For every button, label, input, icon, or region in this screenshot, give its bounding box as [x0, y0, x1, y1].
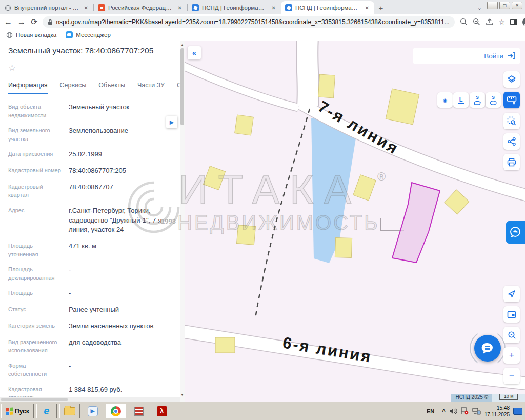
tab-close-icon[interactable]: ✕ — [271, 5, 277, 11]
table-row: Площадь уточненная471 кв. м — [8, 242, 175, 258]
scale-bar: 10 м — [492, 394, 525, 402]
language-indicator[interactable]: EN — [427, 408, 434, 414]
bookmark-star-icon[interactable]: ☆ — [499, 18, 506, 26]
taskbar-ie-button[interactable]: e — [36, 404, 57, 418]
address-bar[interactable]: nspd.gov.ru/map?thematic=PKK&baseLayerId… — [43, 16, 454, 28]
tab-close-icon[interactable]: ✕ — [177, 5, 183, 11]
mini-map-button[interactable] — [503, 306, 520, 323]
table-row: Категория земельЗемли населенных пунктов — [8, 322, 175, 331]
info-label: Площадь — [8, 289, 69, 298]
tab-objects[interactable]: Объекты — [98, 82, 125, 94]
panel-vertical-scrollbar[interactable]: ▲ ▼ — [180, 41, 185, 402]
bookmark-label: Новая вкладка — [16, 32, 56, 38]
browser-tab-4-active[interactable]: НСПД | Геоинформационный пор ✕ — [281, 1, 374, 14]
tab-list-chevron-icon[interactable]: ⌄ — [477, 5, 487, 14]
zoom-out-search-icon[interactable] — [473, 18, 480, 26]
scroll-down-icon[interactable]: ▼ — [180, 393, 184, 396]
measure-area-ellipse-button[interactable]: S — [486, 92, 501, 108]
table-row: Форма собственности- — [8, 362, 175, 378]
share-map-button[interactable] — [503, 133, 520, 150]
collapse-panel-button[interactable]: « — [188, 46, 201, 59]
forward-icon[interactable]: → — [17, 17, 26, 27]
tab-services[interactable]: Сервисы — [60, 82, 87, 94]
bookmark-new-tab[interactable]: Новая вкладка — [6, 32, 56, 38]
tab-close-icon[interactable]: ✕ — [83, 5, 89, 11]
measure-ruler-button-active[interactable] — [503, 92, 520, 108]
messenger-icon — [66, 31, 73, 38]
nspd-favicon-icon — [285, 4, 292, 11]
table-row: Вид разрешенного использованиядля садово… — [8, 338, 175, 355]
back-icon[interactable]: ← — [4, 17, 12, 27]
tab-information[interactable]: Информация — [8, 82, 48, 94]
action-center-flag-icon[interactable] — [460, 407, 469, 415]
layers-button[interactable] — [503, 71, 520, 88]
info-label: Адрес — [8, 206, 69, 235]
clock[interactable]: 15:48 17.11.2025 — [484, 405, 510, 418]
measure-point-button[interactable]: ◉ — [437, 92, 453, 108]
volume-icon[interactable] — [449, 408, 457, 415]
browser-tab-2[interactable]: Российская Федерация, Ленингра ✕ — [94, 1, 187, 14]
scale-label: 10 м — [499, 394, 518, 400]
favorite-star-icon[interactable]: ☆ — [8, 63, 185, 73]
refresh-icon[interactable]: ⟳ — [31, 17, 37, 27]
select-area-search-icon — [507, 116, 516, 126]
panel-tabs-scroll-right-button[interactable]: ▶ — [166, 116, 177, 128]
panel-horizontal-scrollbar[interactable] — [0, 397, 180, 402]
scrollbar-thumb[interactable] — [180, 48, 184, 125]
bookmarks-bar: Новая вкладка Мессенджер — [0, 29, 525, 41]
search-icon[interactable] — [460, 18, 468, 26]
profile-avatar[interactable] — [522, 17, 525, 27]
window-maximize-button[interactable]: ▢ — [499, 2, 510, 9]
info-value: - — [69, 362, 175, 378]
show-desktop-icon[interactable] — [513, 408, 522, 415]
info-label: Кадастровый номер — [8, 166, 69, 176]
tray-time: 15:48 — [484, 405, 510, 411]
locate-me-button[interactable] — [503, 286, 520, 302]
network-icon[interactable] — [472, 408, 481, 415]
taskbar-chrome-button-active[interactable] — [106, 404, 126, 418]
info-label: Статус — [8, 305, 69, 315]
login-box[interactable]: Войти — [413, 48, 520, 64]
tab-close-icon[interactable]: ✕ — [364, 5, 370, 11]
chat-fab-button[interactable] — [474, 335, 501, 362]
scrollbar-thumb[interactable] — [1, 398, 68, 401]
info-value: для садоводства — [69, 338, 175, 355]
select-area-search-button[interactable] — [503, 113, 520, 129]
window-controls: – ▢ ✕ — [487, 0, 525, 9]
zoom-out-button[interactable]: − — [503, 368, 520, 384]
new-tab-button[interactable]: + — [374, 1, 388, 14]
ruler-icon — [507, 95, 517, 105]
tray-chevron-icon[interactable]: ^ — [442, 408, 445, 414]
taskbar-acrobat-button[interactable]: λ — [152, 404, 172, 418]
info-label: Дата присвоения — [8, 150, 69, 159]
zoom-in-button[interactable]: + — [503, 347, 520, 364]
share-icon[interactable] — [486, 18, 494, 26]
tray-date: 17.11.2025 — [484, 411, 510, 418]
info-label: Площадь уточненная — [8, 242, 69, 258]
window-close-button[interactable]: ✕ — [512, 2, 522, 9]
measure-area-polygon-button[interactable]: S — [470, 92, 485, 108]
bookmark-messenger[interactable]: Мессенджер — [66, 31, 111, 38]
window-minimize-button[interactable]: – — [487, 2, 498, 9]
taskbar-spreadsheet-button[interactable] — [129, 404, 149, 418]
print-icon — [507, 158, 516, 167]
point-icon: ◉ — [443, 97, 448, 103]
print-button[interactable] — [503, 154, 520, 170]
taskbar-mediaplayer-button[interactable]: ▶ — [83, 404, 103, 418]
browser-tab-1[interactable]: Внутренний портал - Домашняя ✕ — [0, 1, 93, 14]
browser-tab-strip: Внутренний портал - Домашняя ✕ Российска… — [0, 0, 525, 14]
area-ellipse-icon: S — [490, 95, 497, 105]
search-on-map-button[interactable] — [503, 327, 520, 343]
measure-length-button[interactable]: L — [453, 92, 469, 108]
start-button[interactable]: Пуск — [1, 404, 34, 418]
support-chat-tab[interactable] — [506, 221, 525, 244]
scroll-up-icon[interactable]: ▲ — [180, 43, 184, 47]
tab-parts[interactable]: Части ЗУ — [137, 82, 165, 94]
length-icon: L — [458, 96, 465, 104]
location-search-icon — [508, 331, 516, 339]
browser-tab-3[interactable]: НСПД | Геоинформационный пор ✕ — [188, 1, 281, 14]
chat-mascot-icon — [509, 226, 522, 239]
chat-bubble-icon — [481, 342, 494, 354]
side-panel-icon[interactable] — [510, 19, 517, 25]
taskbar-explorer-button[interactable] — [59, 404, 80, 418]
